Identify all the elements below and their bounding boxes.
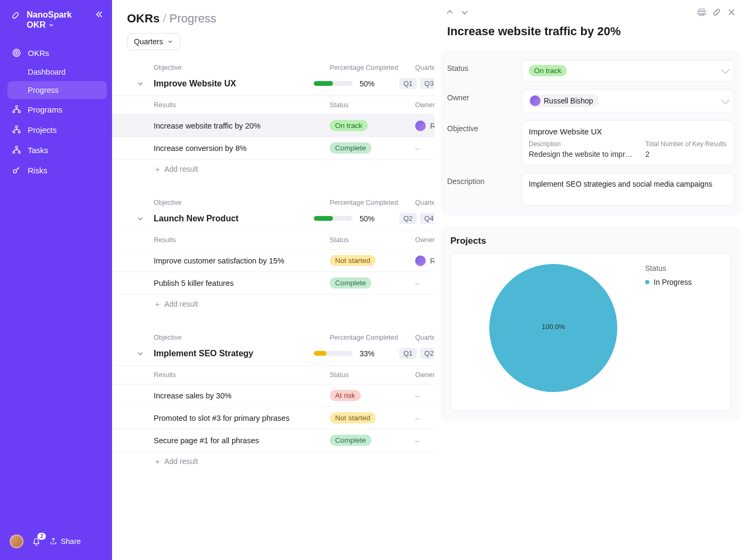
col-pct: Percentage Completed	[330, 199, 415, 206]
quarter-chip: Q3	[420, 78, 434, 89]
breadcrumb: OKRs / Progress	[112, 0, 434, 33]
collapse-objective-button[interactable]	[127, 80, 154, 87]
status-select[interactable]: On track	[522, 60, 734, 82]
avatar	[415, 255, 426, 266]
quarter-chips: Q2Q4	[399, 213, 434, 224]
svg-point-12	[13, 170, 17, 173]
result-title: Promoted to slot #3 for primary phrases	[154, 414, 330, 422]
svg-point-4	[13, 111, 15, 113]
objective-title[interactable]: Implement SEO Strategy	[154, 349, 314, 358]
svg-point-6	[15, 126, 18, 128]
objective-link-card[interactable]: Improve Website UX Description Redesign …	[522, 120, 734, 165]
share-button[interactable]: Share	[49, 537, 81, 546]
prev-record-button[interactable]	[445, 7, 455, 17]
description-label: Description	[447, 173, 522, 186]
collapse-sidebar-button[interactable]	[94, 10, 104, 19]
result-row[interactable]: Increase sales by 30% At risk –	[112, 385, 434, 407]
col-quarters: Quarters	[415, 199, 434, 206]
result-row[interactable]: Increase website traffic by 20% On track…	[112, 115, 434, 137]
svg-rect-14	[698, 11, 705, 14]
projects-heading: Projects	[450, 236, 731, 246]
col-status: Status	[330, 236, 415, 244]
share-icon	[49, 537, 58, 546]
svg-point-1	[14, 51, 19, 55]
chevron-down-icon	[167, 38, 173, 45]
owner-select[interactable]: Russell Bishop	[522, 89, 734, 113]
nav-risks[interactable]: Risks	[0, 160, 112, 180]
avatar	[415, 121, 426, 131]
nav-progress[interactable]: Progress	[7, 81, 107, 99]
panel-title: Increase website traffic by 20%	[434, 22, 747, 50]
col-quarters: Quarters	[415, 334, 434, 341]
progress-cell: 50%	[314, 214, 399, 223]
svg-point-10	[13, 151, 15, 154]
status-badge: Complete	[330, 142, 371, 154]
nav-programs[interactable]: Programs	[0, 99, 112, 119]
col-objective: Objective	[154, 199, 330, 206]
result-title: Improve customer satisfaction by 15%	[154, 257, 330, 265]
print-button[interactable]	[697, 7, 706, 17]
svg-point-0	[13, 49, 20, 57]
user-avatar[interactable]	[10, 534, 23, 548]
objective-title[interactable]: Launch New Product	[154, 214, 314, 223]
next-record-button[interactable]	[460, 7, 470, 17]
svg-point-3	[15, 106, 18, 108]
result-title: Increase sales by 30%	[154, 391, 330, 400]
status-label: Status	[447, 60, 522, 73]
svg-point-8	[18, 131, 20, 133]
nav-dashboard[interactable]: Dashboard	[0, 63, 112, 81]
notification-count: 2	[37, 533, 46, 540]
svg-point-11	[18, 151, 20, 154]
svg-rect-13	[699, 9, 704, 11]
crumb-root[interactable]: OKRs	[127, 12, 160, 25]
status-badge: At risk	[330, 390, 361, 401]
chevron-down-icon	[48, 22, 54, 28]
brand-sub[interactable]: OKR	[27, 20, 94, 30]
quarter-chip: Q2	[399, 213, 417, 224]
description-field[interactable]: Implement SEO strategies and social medi…	[522, 173, 734, 206]
result-title: Publish 5 killer features	[154, 279, 330, 287]
quarters-filter[interactable]: Quarters	[127, 33, 180, 50]
quarter-chips: Q1Q2	[399, 348, 434, 359]
col-results: Results	[154, 236, 330, 244]
result-title: Increase website traffic by 20%	[154, 122, 330, 130]
crumb-current: Progress	[170, 12, 217, 25]
svg-point-9	[15, 146, 18, 148]
result-row[interactable]: Improve customer satisfaction by 15% Not…	[112, 250, 434, 272]
col-quarters: Quarters	[415, 64, 434, 71]
add-result-button[interactable]: ＋Add result	[112, 159, 434, 180]
collapse-objective-button[interactable]	[127, 350, 154, 357]
progress-cell: 33%	[314, 349, 399, 358]
col-status: Status	[330, 371, 415, 379]
status-badge: Complete	[330, 435, 371, 446]
svg-point-2	[16, 52, 17, 53]
col-results: Results	[154, 371, 330, 379]
legend-title: Status	[645, 264, 720, 273]
objective-title[interactable]: Improve Website UX	[154, 79, 314, 89]
result-row[interactable]: Publish 5 killer features Complete –	[112, 272, 434, 294]
notifications-button[interactable]: 2	[31, 536, 42, 547]
add-result-button[interactable]: ＋Add result	[112, 294, 434, 315]
legend-item-in-progress: In Progress	[645, 278, 720, 286]
col-owner: Owner	[415, 236, 434, 244]
nav-okrs[interactable]: OKRs	[0, 43, 112, 63]
quarter-chips: Q1Q3	[399, 78, 434, 89]
result-title: Secure page #1 for all phrases	[154, 436, 330, 445]
col-pct: Percentage Completed	[330, 64, 415, 71]
col-owner: Owner	[415, 101, 434, 109]
avatar	[530, 95, 541, 106]
add-result-button[interactable]: ＋Add result	[112, 452, 434, 472]
result-row[interactable]: Promoted to slot #3 for primary phrases …	[112, 407, 434, 429]
quarter-chip: Q1	[399, 348, 417, 359]
close-button[interactable]	[727, 7, 736, 17]
hierarchy-icon	[12, 145, 21, 155]
collapse-objective-button[interactable]	[127, 215, 154, 222]
link-button[interactable]	[712, 7, 721, 17]
nav-tasks[interactable]: Tasks	[0, 140, 112, 160]
result-row[interactable]: Increase conversion by 8% Complete –	[112, 137, 434, 159]
nav-projects[interactable]: Projects	[0, 119, 112, 140]
col-pct: Percentage Completed	[330, 334, 415, 341]
hierarchy-icon	[12, 125, 21, 134]
result-row[interactable]: Secure page #1 for all phrases Complete …	[112, 429, 434, 452]
status-badge: Not started	[330, 255, 376, 266]
